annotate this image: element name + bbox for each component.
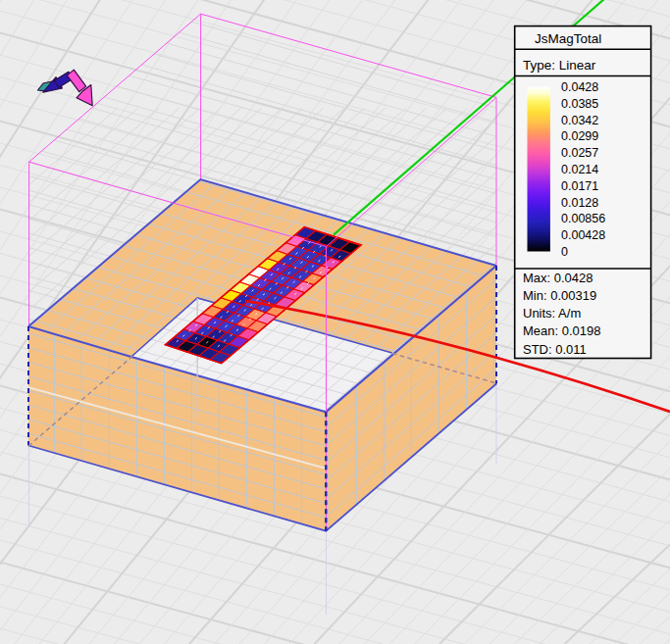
svg-text:Mean: 0.0198: Mean: 0.0198 [523,323,601,338]
svg-text:0.0342: 0.0342 [561,114,598,127]
svg-text:0.0128: 0.0128 [561,196,598,210]
svg-text:0.0428: 0.0428 [561,80,598,94]
svg-text:0.00856: 0.00856 [561,212,605,225]
svg-text:Units: A/m: Units: A/m [523,306,581,321]
svg-text:0.0257: 0.0257 [561,146,598,160]
svg-text:0: 0 [561,245,568,259]
svg-text:Min: 0.00319: Min: 0.00319 [523,288,596,303]
svg-text:0.0385: 0.0385 [561,97,598,111]
svg-text:Type: Linear: Type: Linear [523,58,596,73]
svg-text:0.00428: 0.00428 [561,228,605,242]
svg-text:STD: 0.011: STD: 0.011 [523,342,587,357]
svg-text:JsMagTotal: JsMagTotal [535,31,601,46]
svg-text:0.0214: 0.0214 [561,163,598,176]
svg-text:0.0171: 0.0171 [561,179,598,193]
svg-text:0.0299: 0.0299 [561,129,598,143]
svg-text:Max: 0.0428: Max: 0.0428 [523,271,593,285]
